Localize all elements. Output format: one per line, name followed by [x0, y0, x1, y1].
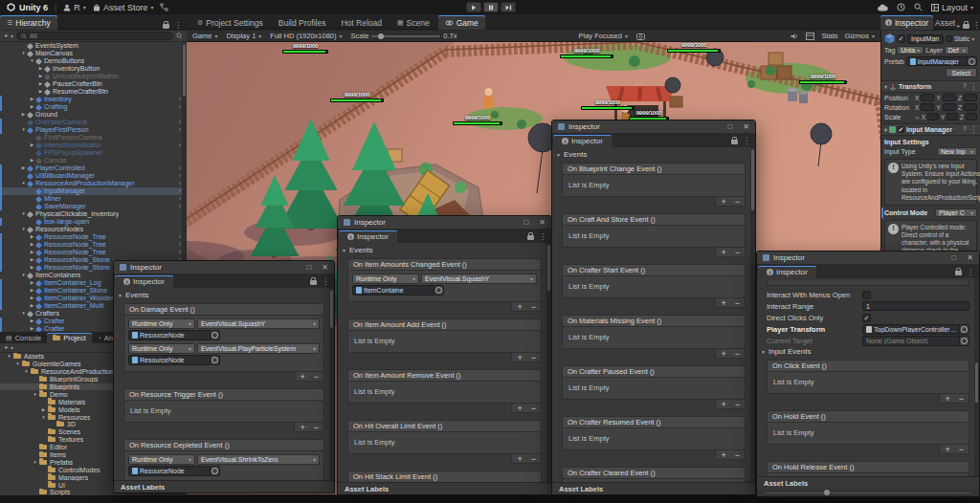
prefab-chevron[interactable]: ›: [176, 119, 181, 126]
object-picker[interactable]: [959, 337, 969, 345]
remove-button[interactable]: −: [531, 354, 536, 361]
tag-dropdown[interactable]: Unta▾: [897, 46, 924, 55]
close-button[interactable]: ✕: [322, 264, 328, 272]
maximize-button[interactable]: □: [951, 254, 956, 262]
hierarchy-item[interactable]: ▶Canvas: [0, 157, 187, 164]
axis-field[interactable]: [943, 94, 956, 101]
pause-button[interactable]: [483, 2, 499, 12]
prefab-chevron[interactable]: ›: [176, 142, 181, 149]
hierarchy-item[interactable]: ▶ResourceNode_Tree›: [0, 233, 187, 241]
fold-arrow[interactable]: ▼: [14, 361, 21, 366]
function-dropdown[interactable]: EventVisual.ShrinkToZero▾: [197, 454, 320, 465]
events-foldout[interactable]: ▼Events: [342, 245, 542, 255]
prefab-chevron[interactable]: ›: [176, 96, 181, 103]
add-button[interactable]: +: [945, 446, 949, 453]
add-button[interactable]: +: [517, 354, 522, 361]
static-checkbox[interactable]: [946, 35, 952, 42]
maximize-button[interactable]: □: [306, 264, 311, 272]
add-button[interactable]: +: [517, 405, 522, 412]
tab-hierarchy[interactable]: ☰ Hierarchy: [0, 15, 57, 30]
lock-icon[interactable]: [310, 280, 317, 285]
remove-button[interactable]: −: [735, 299, 740, 307]
add-button[interactable]: +: [721, 198, 725, 206]
lock-icon[interactable]: [963, 24, 969, 29]
runtime-mode-dropdown[interactable]: Runtime Only▾: [128, 343, 195, 354]
layer-dropdown[interactable]: Def▾: [945, 46, 969, 55]
input-type-dropdown[interactable]: New Inp▾: [937, 147, 977, 156]
kebab-menu-icon[interactable]: ⋮: [743, 137, 750, 145]
asset-store-menu[interactable]: Asset Store ▾: [93, 3, 154, 12]
events-foldout[interactable]: ▼Input Events: [761, 346, 969, 357]
prefab-chevron[interactable]: ›: [176, 172, 181, 180]
hierarchy-item[interactable]: ▼ResourceNodes: [0, 226, 187, 233]
input-manager-component-header[interactable]: ▾ ✓ Input Manager ?⋮: [881, 123, 980, 136]
fold-arrow[interactable]: ▼: [23, 369, 30, 374]
kebab-menu-icon[interactable]: ⋮: [174, 21, 182, 30]
gizmos-dropdown[interactable]: Gizmos▾: [845, 32, 875, 40]
close-button[interactable]: ✕: [967, 254, 973, 262]
preview-splitter[interactable]: [757, 489, 979, 496]
remove-button[interactable]: −: [735, 249, 740, 256]
tab-project[interactable]: Project: [47, 333, 91, 343]
capture-icon[interactable]: [636, 33, 645, 40]
prefab-chevron[interactable]: ›: [176, 203, 181, 210]
remove-button[interactable]: −: [735, 350, 740, 358]
prefab-chevron[interactable]: ›: [176, 103, 181, 111]
cloud-icon[interactable]: [878, 4, 888, 11]
fold-arrow[interactable]: ▼: [40, 415, 47, 420]
hierarchy-item[interactable]: ▶ResourceNode_Tree›: [0, 249, 187, 256]
kebab-menu-icon[interactable]: ⋮: [969, 125, 977, 134]
hierarchy-item[interactable]: ▶InventoryButton: [0, 65, 187, 73]
kebab-menu-icon[interactable]: ⋮: [539, 232, 546, 241]
axis-field[interactable]: [947, 113, 958, 120]
hierarchy-search-input[interactable]: All: [16, 32, 173, 40]
add-button[interactable]: +: [721, 350, 725, 358]
hierarchy-item[interactable]: ▶InteractionIndicator›: [0, 142, 187, 149]
add-button[interactable]: +: [300, 424, 304, 431]
gameobject-name-field[interactable]: InputMan: [907, 34, 944, 44]
hierarchy-item[interactable]: FirstPersonCamera: [0, 134, 187, 142]
hierarchy-item[interactable]: ▶PlayerControlled›: [0, 164, 187, 172]
tab-build-profiles[interactable]: Build Profiles: [272, 15, 333, 30]
axis-field[interactable]: [927, 113, 939, 120]
hierarchy-item[interactable]: FPSPopupSpawner: [0, 149, 187, 157]
kebab-menu-icon[interactable]: ⋮: [967, 268, 974, 276]
link-icon[interactable]: ∞: [915, 114, 920, 120]
kebab-menu-icon[interactable]: ⋮: [969, 82, 977, 91]
prefab-chevron[interactable]: ›: [176, 249, 181, 256]
version-control-icon[interactable]: [160, 3, 168, 11]
target-object-field[interactable]: ItemContaine: [352, 285, 444, 295]
tab-inspector[interactable]: iInspector: [758, 266, 816, 278]
add-button[interactable]: +: [721, 299, 725, 307]
fold-arrow[interactable]: ▼: [32, 460, 38, 465]
add-button[interactable]: +: [721, 401, 725, 408]
object-field[interactable]: None (Game Object): [862, 336, 969, 346]
prefab-chevron[interactable]: ›: [176, 164, 181, 172]
stats-button[interactable]: Stats: [821, 32, 837, 40]
hierarchy-item[interactable]: OverseerCamera›: [0, 119, 187, 126]
help-icon[interactable]: ?: [963, 82, 967, 91]
scrollbar[interactable]: [750, 147, 755, 482]
component-checkbox[interactable]: ✓: [898, 126, 904, 133]
axis-field[interactable]: [964, 103, 977, 111]
lock-icon[interactable]: [731, 140, 738, 144]
tab-console[interactable]: ▤Console: [0, 333, 47, 343]
axis-field[interactable]: [966, 113, 977, 120]
chevron-down-icon[interactable]: ▾: [971, 35, 974, 42]
add-button[interactable]: +: [517, 455, 522, 463]
checkbox[interactable]: [862, 291, 871, 299]
events-foldout[interactable]: ▼Events: [556, 149, 746, 160]
tab-inspector[interactable]: i Inspector: [880, 15, 933, 30]
remove-button[interactable]: −: [531, 455, 536, 463]
lock-icon[interactable]: [527, 235, 534, 240]
play-focused-dropdown[interactable]: Play Focused▾: [579, 32, 628, 40]
window-titlebar[interactable]: Inspector□✕: [114, 261, 334, 274]
hierarchy-item[interactable]: InputManager›: [0, 187, 187, 195]
hierarchy-item[interactable]: ▶ResourceNode_Tree›: [0, 241, 187, 249]
remove-button[interactable]: −: [959, 446, 964, 453]
chevron-right-icon[interactable]: ▸: [957, 22, 960, 29]
hierarchy-item[interactable]: ▶UnlockBlueprintButton: [0, 73, 187, 80]
lock-icon[interactable]: [955, 271, 962, 275]
fold-arrow[interactable]: ▼: [6, 354, 12, 359]
game-mode-dropdown[interactable]: Game▾: [192, 32, 217, 40]
